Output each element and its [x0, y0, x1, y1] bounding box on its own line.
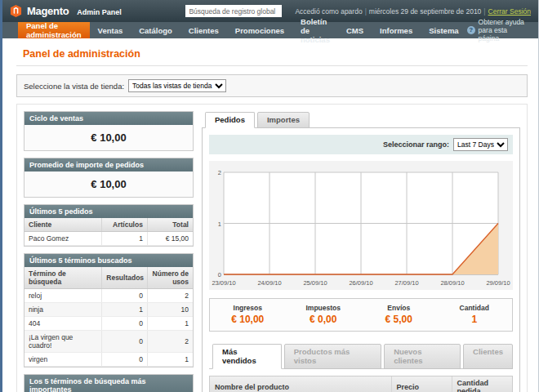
app-title: Magento — [27, 5, 69, 17]
last-orders-panel: Últimos 5 pedidos ClienteArtículosTotalP… — [24, 204, 194, 247]
last-search-table: Término de búsquedaResultadosNúmero de u… — [24, 267, 193, 367]
tab-m-s-vendidos[interactable]: Más vendidos — [212, 344, 282, 369]
range-bar: Seleccionar rango: Last 7 Days — [209, 135, 513, 154]
total-cantidad: Cantidad1 — [437, 304, 513, 325]
svg-text:0: 0 — [218, 271, 221, 278]
nav-item-promociones[interactable]: Promociones — [227, 22, 292, 38]
range-select[interactable]: Last 7 Days — [453, 138, 508, 151]
app-subtitle: Admin Panel — [77, 8, 122, 16]
svg-text:24/09/10: 24/09/10 — [257, 279, 281, 287]
table-row[interactable]: ninja110 — [24, 303, 193, 317]
report-grid: Nombre del productoPrecioCantidad pedida… — [209, 376, 513, 392]
store-view-label: Seleccione la vista de tienda: — [24, 82, 124, 91]
orders-chart-svg: 01223/09/1024/09/1025/09/1026/09/1027/09… — [211, 166, 503, 288]
nav-item-bolet-n-de-noticias[interactable]: Boletín de noticias — [292, 22, 338, 38]
nav-item-ventas[interactable]: Ventas — [90, 22, 131, 38]
total-env-os: Envíos€ 5,00 — [361, 304, 437, 325]
dashboard: Ciclo de ventas € 10,00 Promedio de impo… — [16, 104, 528, 392]
tab-nuevos-clientes[interactable]: Nuevos clientes — [384, 344, 461, 369]
table-row[interactable]: reloj02 — [24, 289, 193, 303]
nav-item-sistema[interactable]: Sistema — [421, 22, 466, 38]
avg-order-title: Promedio de importe de pedidos — [24, 158, 193, 172]
svg-text:2: 2 — [218, 169, 221, 176]
total-impuestos: Impuestos€ 0,00 — [286, 304, 362, 325]
chart-tabs: PedidosImportes — [202, 111, 520, 127]
chart-tab-content: Seleccionar rango: Last 7 Days 01223/09/… — [202, 127, 520, 392]
page-title: Panel de administración — [23, 48, 528, 60]
last-orders-table: ClienteArtículosTotalPaco Gomez1€ 15,00 — [24, 218, 193, 246]
sales-cycle-value: € 10,00 — [24, 125, 193, 150]
svg-text:1: 1 — [218, 220, 221, 228]
svg-text:25/09/10: 25/09/10 — [303, 279, 327, 287]
nav-item-informes[interactable]: Informes — [372, 22, 421, 38]
logged-in-as: Accedió como apardo — [295, 7, 362, 16]
totals-bar: Ingresos€ 10,00Impuestos€ 0,00Envíos€ 5,… — [209, 298, 513, 332]
logout-link[interactable]: Cerrar Sesión — [488, 7, 531, 16]
total-ingresos: Ingresos€ 10,00 — [210, 304, 286, 325]
svg-text:26/09/10: 26/09/10 — [349, 279, 372, 287]
tab-pedidos[interactable]: Pedidos — [205, 112, 255, 128]
avg-order-panel: Promedio de importe de pedidos € 10,00 — [24, 158, 194, 198]
svg-text:23/09/10: 23/09/10 — [212, 279, 235, 287]
tab-importes[interactable]: Importes — [257, 112, 310, 128]
store-view-select[interactable]: Todas las vistas de tienda — [128, 79, 226, 92]
orders-chart: 01223/09/1024/09/1025/09/1026/09/1027/09… — [209, 161, 513, 290]
avg-order-value: € 10,00 — [24, 172, 193, 197]
main-nav: Panel de administraciónVentasCatálogoCli… — [0, 22, 539, 38]
nav-item-cms[interactable]: CMS — [338, 22, 372, 38]
app-header: Magento Admin Panel Accedió como apardo|… — [0, 0, 539, 22]
sales-cycle-panel: Ciclo de ventas € 10,00 — [24, 111, 194, 151]
dashboard-main-column: PedidosImportes Seleccionar rango: Last … — [202, 111, 520, 392]
main-nav-items: Panel de administraciónVentasCatálogoCli… — [18, 22, 467, 38]
magento-logo-icon — [10, 5, 22, 17]
help-icon: ? — [467, 26, 475, 34]
svg-text:27/09/10: 27/09/10 — [394, 279, 418, 287]
last-search-panel: Últimos 5 términos buscados Término de b… — [24, 253, 194, 368]
sales-cycle-title: Ciclo de ventas — [24, 112, 193, 125]
title-divider — [16, 65, 528, 66]
table-row[interactable]: 40401 — [24, 317, 193, 331]
tab-productos-m-s-vistos[interactable]: Productos más vistos — [284, 344, 381, 369]
table-row[interactable]: Paco Gomez1€ 15,00 — [24, 232, 193, 246]
header-date: miércoles 29 de septiembre de 2010 — [369, 7, 482, 16]
table-row[interactable]: ¡La virgen que cuadro!02 — [24, 331, 193, 353]
global-search-input[interactable] — [185, 5, 282, 17]
table-row[interactable]: virgen01 — [24, 353, 193, 367]
last-search-title: Últimos 5 términos buscados — [24, 254, 193, 267]
nav-item-clientes[interactable]: Clientes — [180, 22, 227, 38]
nav-item-cat-logo[interactable]: Catálogo — [131, 22, 180, 38]
svg-text:29/09/10: 29/09/10 — [486, 279, 510, 287]
window-border-left — [0, 0, 2, 392]
help-link[interactable]: ? Obtener ayuda para esta página — [467, 22, 529, 38]
report-tabs: Más vendidosProductos más vistosNuevos c… — [209, 343, 513, 368]
nav-item-panel-de-administraci-n[interactable]: Panel de administración — [18, 22, 90, 38]
range-label: Seleccionar rango: — [383, 140, 449, 149]
svg-text:28/09/10: 28/09/10 — [440, 279, 464, 287]
dashboard-left-column: Ciclo de ventas € 10,00 Promedio de impo… — [24, 111, 194, 392]
store-view-bar: Seleccione la vista de tienda: Todas las… — [16, 74, 528, 97]
top-search-title: Los 5 términos de búsqueda más important… — [24, 375, 193, 392]
last-orders-title: Últimos 5 pedidos — [24, 205, 193, 218]
top-search-panel: Los 5 términos de búsqueda más important… — [24, 374, 194, 392]
tab-clientes[interactable]: Clientes — [463, 344, 513, 369]
